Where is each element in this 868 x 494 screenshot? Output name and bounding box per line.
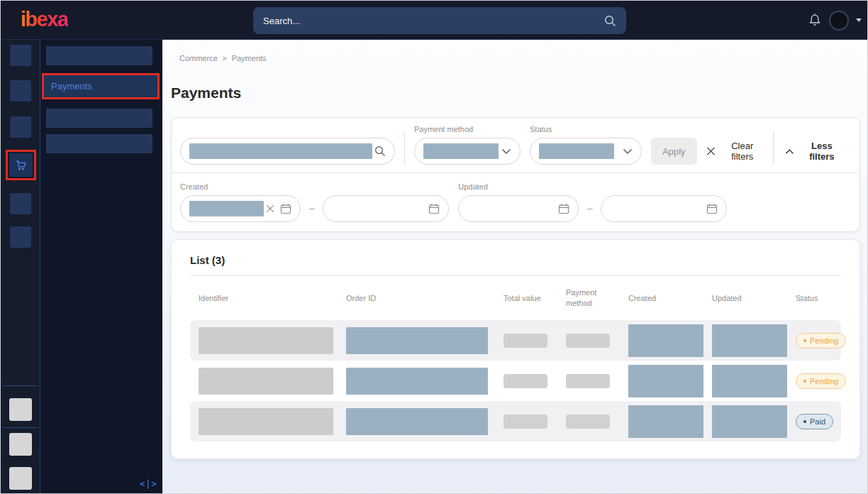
search-icon: [374, 146, 386, 157]
rail-divider: [3, 385, 38, 386]
less-filters-group: Less filters: [773, 132, 851, 165]
calendar-icon[interactable]: [428, 203, 440, 214]
table-row[interactable]: Pending: [190, 320, 841, 361]
updated-from-input[interactable]: [458, 195, 579, 222]
redacted-updated: [712, 324, 787, 357]
main-content: Commerce > Payments Payments: [162, 40, 867, 493]
sidebar-item-payments[interactable]: Payments: [44, 75, 157, 97]
created-to-input[interactable]: [323, 195, 449, 222]
sidebar-collapse-toggle[interactable]: <|>: [140, 479, 157, 489]
column-header-updated: Updated: [712, 293, 796, 304]
clear-value-icon[interactable]: [266, 204, 274, 213]
payment-method-select[interactable]: [414, 138, 521, 165]
rail-item-6[interactable]: [10, 226, 31, 248]
topbar-right: [808, 1, 862, 40]
redacted-payment-method: [566, 374, 610, 388]
secondary-sidebar: Payments <|>: [40, 40, 162, 493]
filters-card: Payment method Status: [171, 117, 860, 232]
sidebar-item-4[interactable]: [46, 134, 152, 153]
payments-list-card: List (3) Identifier Order ID Total value…: [171, 239, 860, 459]
redacted-payment-method: [566, 415, 610, 429]
redacted-payment-method: [566, 334, 610, 348]
updated-label: Updated: [458, 182, 727, 192]
status-filter-group: Status: [530, 125, 642, 165]
chevron-up-icon: [785, 148, 794, 155]
rail-item-3[interactable]: [10, 116, 31, 138]
rail-item-1[interactable]: [10, 45, 31, 66]
table-row[interactable]: Paid: [190, 401, 841, 441]
column-header-total-value: Total value: [503, 293, 566, 304]
app-logo[interactable]: ibexa: [21, 8, 68, 31]
rail-bottom-item-3[interactable]: [9, 467, 32, 490]
topbar: ibexa Search...: [1, 1, 867, 40]
filters-row-dates: Created: [172, 173, 859, 231]
redacted-order-id: [346, 327, 488, 354]
column-header-identifier: Identifier: [199, 293, 346, 304]
search-filter-group: [180, 125, 395, 165]
payment-method-filter-group: Payment method: [414, 125, 521, 165]
column-header-created: Created: [628, 293, 712, 304]
clear-filters-label: Clear filters: [720, 141, 764, 162]
created-from-input[interactable]: [180, 195, 301, 222]
status-select[interactable]: [530, 138, 642, 165]
annotation-highlight-cart: [6, 150, 36, 180]
redacted-created: [628, 324, 703, 357]
payment-method-label: Payment method: [414, 125, 521, 135]
redacted-order-id: [346, 408, 488, 435]
spacer-label: [180, 125, 395, 135]
redacted-total-value: [503, 415, 547, 429]
rail-item-commerce[interactable]: [9, 153, 33, 177]
redacted-search-value: [189, 143, 372, 159]
created-label: Created: [180, 182, 449, 192]
redacted-total-value: [503, 374, 547, 388]
calendar-icon[interactable]: [558, 203, 569, 214]
less-filters-label: Less filters: [800, 141, 844, 162]
breadcrumb-current: Payments: [232, 54, 267, 62]
range-dash: –: [309, 203, 314, 222]
redacted-date-value: [189, 201, 264, 216]
divider: [404, 132, 405, 165]
filter-search-input[interactable]: [180, 138, 395, 165]
global-search-input[interactable]: Search...: [253, 7, 626, 34]
user-avatar[interactable]: [829, 11, 849, 31]
rail-bottom-item-2[interactable]: [9, 433, 32, 456]
status-label: Status: [530, 125, 642, 135]
notifications-bell-icon[interactable]: [808, 13, 822, 28]
redacted-created: [628, 365, 703, 397]
apply-button[interactable]: Apply: [651, 138, 697, 165]
updated-to-input[interactable]: [601, 195, 727, 222]
search-icon: [604, 15, 616, 27]
table-row[interactable]: Pending: [190, 361, 841, 401]
page-title: Payments: [171, 84, 867, 101]
column-header-order-id: Order ID: [346, 293, 503, 304]
sidebar-item-3[interactable]: [46, 109, 152, 128]
clear-filters-button[interactable]: Clear filters: [706, 138, 764, 165]
sidebar-item-1[interactable]: [46, 46, 152, 65]
status-badge: Paid: [796, 414, 833, 429]
redacted-updated: [712, 365, 787, 397]
range-dash: –: [587, 203, 592, 222]
calendar-icon[interactable]: [280, 203, 291, 214]
divider: [773, 132, 774, 165]
redacted-updated: [712, 405, 787, 438]
less-filters-button[interactable]: Less filters: [785, 138, 844, 165]
redacted-identifier: [199, 327, 333, 354]
redacted-identifier: [199, 408, 333, 435]
rail-divider: [3, 427, 38, 428]
redacted-created: [628, 405, 703, 438]
shopping-cart-icon: [14, 158, 28, 172]
redacted-order-id: [346, 368, 488, 395]
breadcrumb-parent[interactable]: Commerce: [179, 54, 218, 62]
rail-item-2[interactable]: [10, 80, 31, 101]
redacted-identifier: [199, 368, 333, 395]
redacted-selected-value: [423, 143, 499, 159]
calendar-icon[interactable]: [706, 203, 718, 214]
updated-range-group: Updated: [458, 182, 727, 222]
rail-item-5[interactable]: [10, 193, 31, 214]
rail-bottom-item-1[interactable]: [9, 398, 32, 421]
user-menu-caret-icon[interactable]: [856, 18, 862, 22]
column-header-status: Status: [796, 293, 833, 304]
icon-rail: [1, 40, 40, 493]
sidebar-item-label: Payments: [51, 81, 92, 92]
status-dot-icon: [803, 420, 806, 423]
